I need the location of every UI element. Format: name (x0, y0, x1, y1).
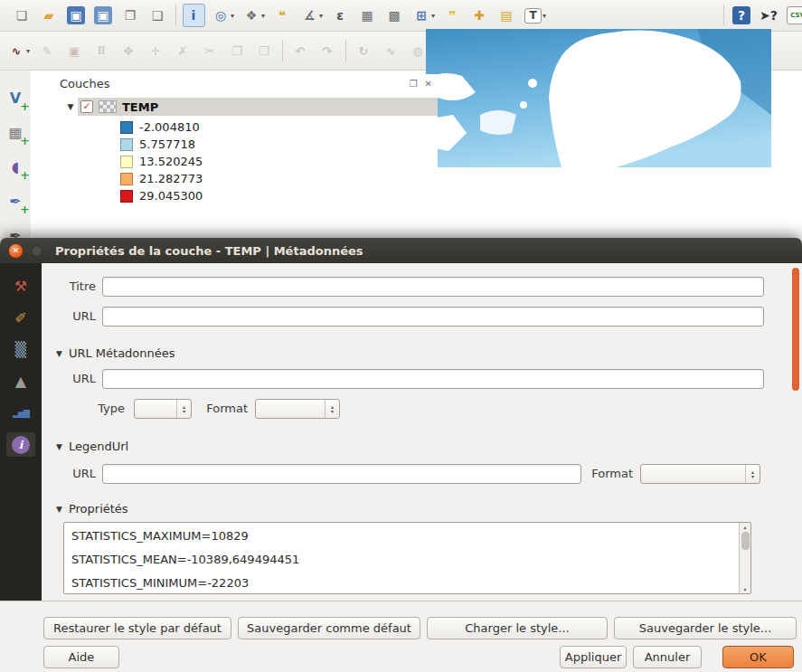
url-metadata-input[interactable] (102, 369, 764, 389)
save-style-button[interactable]: Sauvegarder le style... (614, 617, 797, 639)
world-raster-map (426, 29, 771, 167)
properties-tab-strip: ⚒ ✐ ▒ ▲ ▂▅▇ (0, 263, 42, 601)
composer-manager-icon[interactable]: ❑ (146, 4, 169, 27)
scroll-up-icon[interactable]: ▴ (743, 524, 746, 530)
layer-row-bar[interactable]: ✓ TEMP (78, 98, 438, 116)
delete-selected-icon: ✗ (172, 39, 194, 62)
new-project-icon[interactable]: ❏ (11, 4, 33, 27)
legend-value: 13.520245 (139, 155, 203, 168)
dialog-scrollbar-thumb[interactable] (792, 268, 799, 391)
whats-this-icon[interactable]: ➤? (758, 4, 780, 27)
current-edits-icon[interactable]: ∿ ▾ (5, 39, 32, 62)
listbox-scrollbar[interactable]: ▴ ▾ (739, 523, 750, 593)
url-input[interactable] (102, 307, 764, 327)
titre-input[interactable] (102, 277, 764, 297)
window-minimize-button[interactable] (31, 245, 42, 257)
paste-features-icon: ❒ (253, 39, 276, 62)
legend-item[interactable]: 21.282773 (120, 170, 438, 187)
help-button[interactable]: Aide (43, 646, 119, 668)
open-project-icon[interactable]: ▰ (38, 4, 61, 27)
restore-default-style-button[interactable]: Restaurer le style par défaut (43, 617, 231, 639)
zoom-tools-icon[interactable]: ◎ ▾ (210, 4, 236, 27)
dialog-titlebar[interactable]: ✕ Propriétés de la couche - TEMP | Métad… (0, 238, 802, 263)
window-close-button[interactable]: ✕ (8, 243, 24, 259)
color-swatch (120, 156, 133, 168)
add-postgis-layer-icon[interactable]: ◖ (5, 156, 26, 177)
legend-item[interactable]: 29.045300 (120, 187, 438, 204)
rotate-feature-icon: ↻ (353, 39, 375, 62)
identify-features-icon[interactable]: i (183, 4, 205, 27)
legend-item[interactable]: 5.757718 (120, 136, 438, 153)
legend-url-input[interactable] (102, 464, 581, 484)
node-tool-icon: ✛ (145, 39, 167, 62)
layer-row[interactable]: ▼ ✓ TEMP (51, 98, 438, 116)
dropdown-arrow-icon: ▾ (26, 47, 30, 55)
save-project-as-icon[interactable]: ▣ (92, 4, 115, 27)
select-features-icon[interactable]: ❖ ▾ (241, 4, 267, 27)
legend-value: 21.282773 (139, 172, 203, 185)
property-list-item[interactable]: STATISTICS_MAXIMUM=10829 (64, 525, 739, 548)
cancel-button[interactable]: Annuler (633, 646, 702, 668)
toolbar-separator (723, 5, 724, 26)
section-legend-url[interactable]: ▼ LegendUrl (56, 440, 128, 453)
tab-transparency[interactable]: ▒ (6, 337, 35, 362)
measure-icon[interactable]: ∡ ▾ (298, 4, 325, 27)
tab-pyramids[interactable]: ▲ (6, 369, 35, 393)
tab-metadata[interactable]: i (6, 432, 35, 457)
annotation-bubble-icon[interactable]: ❞ (441, 4, 464, 27)
legend-format-select[interactable]: ▴ ▾ (640, 464, 760, 484)
map-tips-icon[interactable]: ❝ (271, 4, 294, 27)
add-feature-icon: ⠿ (90, 39, 113, 62)
spin-down-icon: ▾ (751, 474, 754, 478)
layer-visibility-checkbox[interactable]: ✓ (80, 100, 93, 113)
map-canvas[interactable] (426, 29, 771, 167)
tab-histogram[interactable]: ▂▅▇ (6, 401, 35, 425)
tab-style[interactable]: ✐ (6, 306, 35, 330)
type-select[interactable]: ▴ ▾ (134, 399, 192, 419)
checkerboard-icon: ▒ (15, 341, 26, 358)
layer-legend: -2.004810 5.757718 13.520245 21.282773 (51, 116, 438, 204)
attribute-table-icon[interactable]: ▦ (356, 4, 379, 27)
new-composer-icon[interactable]: ❐ (119, 4, 142, 27)
dialog-body: ⚒ ✐ ▒ ▲ ▂▅▇ (0, 263, 802, 672)
ok-button[interactable]: OK (722, 646, 794, 668)
property-list-item[interactable]: STATISTICS_MEAN=-10389,649494451 (64, 548, 739, 572)
toolbar-separator (345, 40, 346, 62)
main-toolbar-row1: ❏ ▰ ▣ ▣ ❐ ❑ (0, 0, 802, 32)
format-select[interactable]: ▴ ▾ (255, 399, 340, 419)
add-spatialite-layer-icon[interactable]: ✒ (5, 190, 26, 212)
legend-url-label: URL (51, 464, 96, 484)
apply-button[interactable]: Appliquer (560, 646, 627, 668)
add-vector-layer-icon[interactable]: V (5, 87, 26, 109)
add-csv-layer-icon[interactable]: CSV (785, 4, 802, 27)
add-raster-layer-icon[interactable]: ▦ (5, 121, 26, 143)
layers-panel-title: Couches (60, 77, 109, 90)
grid-tools-icon[interactable]: ⊞ ▾ (410, 4, 437, 27)
legend-item[interactable]: -2.004810 (120, 118, 438, 136)
show-bookmarks-icon[interactable]: ▤ (495, 4, 518, 27)
section-url-metadata[interactable]: ▼ URL Métadonnées (56, 346, 175, 360)
legend-item[interactable]: 13.520245 (120, 153, 438, 170)
close-panel-icon[interactable]: ✕ (425, 79, 432, 89)
section-url-metadata-title: URL Métadonnées (69, 346, 175, 360)
scrollbar-thumb[interactable] (741, 532, 750, 550)
float-panel-icon[interactable]: ❐ (410, 79, 418, 89)
section-properties[interactable]: ▼ Propriétés (56, 502, 128, 516)
text-annotation-icon[interactable]: T ▾ (523, 4, 548, 27)
property-list-item[interactable]: STATISTICS_MINIMUM=-22203 (64, 572, 739, 593)
help-icon[interactable]: ? (731, 4, 753, 27)
expand-arrow-icon[interactable]: ▼ (63, 102, 78, 111)
save-as-default-style-button[interactable]: Sauvegarder comme défaut (238, 617, 420, 639)
paintbrush-icon: ✐ (14, 309, 26, 327)
format-label: Format (203, 399, 248, 419)
new-bookmark-icon[interactable]: ✚ (468, 4, 491, 27)
tab-general[interactable]: ⚒ (6, 274, 35, 298)
color-swatch (120, 121, 133, 134)
sum-features-icon[interactable]: ε (329, 4, 352, 27)
save-project-icon[interactable]: ▣ (65, 4, 88, 27)
raster-calculator-icon[interactable]: ▩ (383, 4, 406, 27)
collapse-arrow-icon: ▼ (56, 349, 62, 358)
scroll-down-icon[interactable]: ▾ (743, 586, 746, 592)
dropdown-arrow-icon: ▾ (261, 12, 265, 20)
load-style-button[interactable]: Charger le style... (427, 617, 608, 639)
